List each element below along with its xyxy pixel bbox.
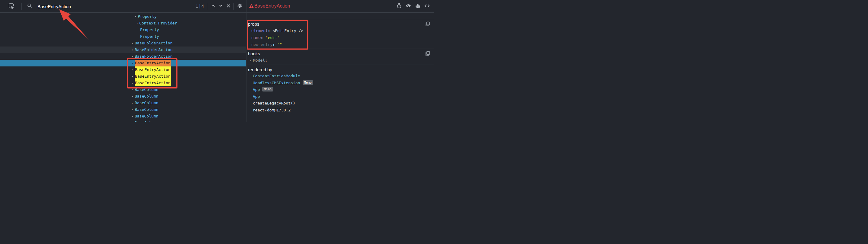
tree-row[interactable]: ▸BaseFolderAction (0, 47, 246, 53)
component-name: BaseColumn (135, 114, 158, 118)
view-source-button[interactable] (424, 3, 431, 10)
expand-caret-icon[interactable]: ▸ (132, 53, 135, 60)
next-match-button[interactable] (217, 3, 224, 10)
inspect-element-icon (8, 3, 14, 10)
toolbar-separator (22, 3, 22, 10)
copy-icon (425, 22, 430, 28)
component-name: Property (140, 34, 159, 39)
inspected-component-title: BaseEntryAction (254, 3, 290, 9)
tree-row[interactable]: Property (0, 33, 246, 40)
expand-caret-icon[interactable]: ▸ (132, 80, 135, 86)
prop-row[interactable]: name: "edit" (248, 34, 433, 41)
expand-caret-icon[interactable]: ▸ (132, 47, 135, 53)
prop-row[interactable]: element: <EditEntry /> (248, 27, 433, 34)
rendered-by-item: createLegacyRoot() (248, 100, 433, 107)
log-component-button[interactable] (414, 3, 421, 10)
owner-label: createLegacyRoot() (253, 101, 296, 105)
expand-caret-icon[interactable]: ▸ (132, 100, 135, 106)
tree-row[interactable]: ▸BaseFolderAction (0, 53, 246, 60)
component-name: Property (138, 14, 157, 19)
tree-row[interactable]: ▸BaseColumn (0, 100, 246, 106)
component-tree: ▾Property▾Context.ProviderPropertyProper… (0, 13, 246, 122)
colon: : (272, 42, 277, 47)
component-name: Context.Provider (139, 21, 177, 25)
tree-row[interactable]: ▾Context.Provider (0, 20, 246, 27)
owner-label: react-dom@17.0.2 (253, 108, 290, 112)
component-name: BaseColumn (135, 100, 158, 105)
memo-badge: Memo (262, 87, 273, 92)
toolbar-separator (234, 3, 234, 10)
expand-caret-icon[interactable]: ▸ (250, 57, 253, 64)
colon: : (265, 58, 267, 62)
tree-row[interactable]: ▸BaseColumn (0, 93, 246, 100)
tree-row[interactable]: ▸BaseFolderAction (0, 40, 246, 47)
toolbar: 1 | 4 BaseEntr (0, 0, 434, 13)
expand-caret-icon[interactable]: ▸ (132, 40, 135, 47)
colon: : (268, 28, 273, 33)
expand-caret-icon[interactable]: ▸ (132, 73, 135, 80)
rendered-by-heading: rendered by (248, 67, 433, 73)
expand-caret-icon[interactable]: ▸ (132, 106, 135, 113)
expand-caret-icon[interactable]: ▸ (132, 120, 135, 122)
prop-key[interactable]: element (251, 28, 268, 33)
tree-row[interactable]: ▸BaseEntryAction (0, 66, 246, 73)
component-name: BaseColumn (135, 87, 158, 92)
tree-row[interactable]: ▸BaseColumn (0, 120, 246, 122)
component-name: BaseEntryAction (135, 66, 170, 73)
hook-row[interactable]: ▸Model: (248, 57, 433, 64)
expand-caret-icon[interactable]: ▸ (132, 113, 135, 120)
component-name: BaseEntryAction (135, 60, 170, 66)
clear-search-button[interactable] (225, 3, 232, 10)
rendered-by-item[interactable]: App (248, 93, 433, 100)
search-input[interactable] (37, 2, 146, 10)
component-name: BaseFolderAction (135, 48, 173, 52)
hooks-heading: hooks (248, 51, 433, 57)
component-name: BaseColumn (135, 107, 158, 112)
chevron-up-icon (211, 3, 216, 9)
expand-caret-icon[interactable]: ▾ (136, 20, 139, 27)
rendered-by-item[interactable]: ContentEntriesModule (248, 73, 433, 80)
tree-row[interactable]: ▸BaseEntryAction (0, 60, 246, 66)
prop-value[interactable]: "" (277, 42, 282, 47)
rendered-by-item[interactable]: AppMemo (248, 86, 433, 93)
prop-key[interactable]: new entry (251, 42, 272, 47)
owner-link[interactable]: ContentEntriesModule (253, 74, 300, 78)
suspend-toggle-button[interactable] (395, 3, 403, 10)
owner-link[interactable]: App (253, 87, 260, 92)
props-heading: props (248, 21, 433, 27)
previous-match-button[interactable] (210, 3, 217, 10)
tree-row[interactable]: ▾Property (0, 13, 246, 20)
prop-key[interactable]: name (251, 35, 261, 40)
inspector-panel: props element: <EditEntry />name: "edit"… (246, 13, 434, 122)
expand-caret-icon[interactable]: ▾ (135, 13, 138, 20)
warning-triangle-icon (249, 3, 254, 10)
expand-caret-icon[interactable]: ▸ (132, 86, 135, 93)
expand-caret-icon[interactable]: ▸ (132, 60, 135, 66)
copy-hooks-button[interactable] (425, 51, 430, 56)
component-name: Property (140, 28, 159, 32)
tree-row[interactable]: Property (0, 27, 246, 33)
component-name: BaseEntryAction (135, 80, 170, 86)
hook-name[interactable]: Model (253, 58, 265, 62)
inspect-element-button[interactable] (7, 3, 15, 10)
settings-button[interactable] (236, 3, 243, 10)
rendered-by-section: rendered by ContentEntriesModuleHeadless… (246, 65, 434, 114)
tree-row[interactable]: ▸BaseColumn (0, 86, 246, 93)
tree-row[interactable]: ▸BaseEntryAction (0, 73, 246, 80)
prop-value[interactable]: "edit" (266, 35, 280, 40)
copy-props-button[interactable] (425, 21, 430, 27)
prop-value[interactable]: <EditEntry /> (272, 28, 303, 33)
prop-row[interactable]: new entry: "" (248, 41, 433, 48)
tree-row[interactable]: ▸BaseColumn (0, 106, 246, 113)
chevron-down-icon (218, 3, 223, 9)
error-indicator (248, 3, 255, 10)
owner-link[interactable]: App (253, 94, 260, 99)
hooks-section: hooks ▸Model: (246, 49, 434, 65)
expand-caret-icon[interactable]: ▸ (132, 66, 135, 73)
inspect-dom-button[interactable] (405, 3, 412, 10)
owner-link[interactable]: HeadlessCMSExtension (253, 81, 300, 85)
expand-caret-icon[interactable]: ▸ (132, 93, 135, 100)
rendered-by-item[interactable]: HeadlessCMSExtensionMemo (248, 80, 433, 87)
tree-row[interactable]: ▸BaseColumn (0, 113, 246, 120)
tree-row[interactable]: ▸BaseEntryAction (0, 80, 246, 86)
